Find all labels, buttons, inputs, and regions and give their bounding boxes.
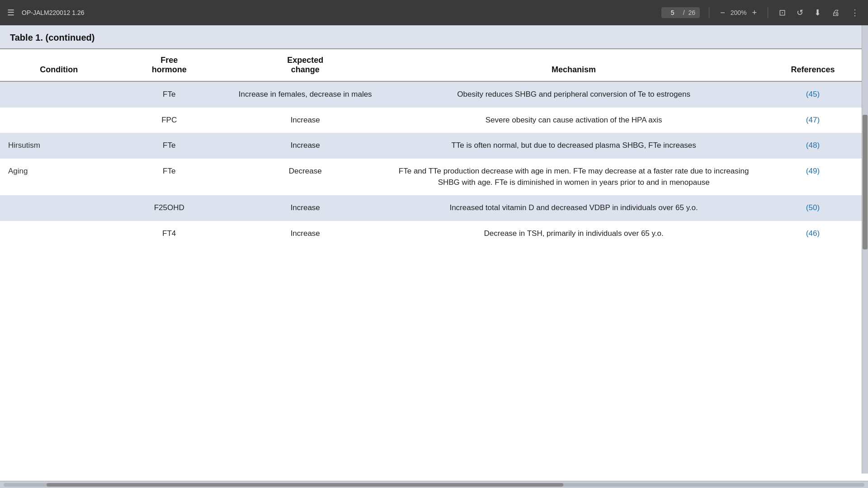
col-header-references: References [758,49,868,81]
cell-condition-4 [0,195,118,221]
cell-condition-1 [0,108,118,133]
cell-mechanism-5: Decrease in TSH, primarily in individual… [390,221,758,247]
ref-link-0[interactable]: (45) [806,90,820,99]
history-button[interactable]: ↺ [795,6,805,19]
ref-link-4[interactable]: (50) [806,203,820,212]
download-button[interactable]: ⬇ [812,6,823,19]
cell-change-2: Increase [221,133,390,159]
fit-page-button[interactable]: ⊡ [777,6,788,19]
page-separator: / [683,9,685,16]
cell-hormone-2: FTe [118,133,221,159]
table-row: FT4 Increase Decrease in TSH, primarily … [0,221,868,247]
toolbar: ☰ OP-JALM220012 1.26 5 / 26 − 200% + ⊡ ↺… [0,0,868,25]
table-row: FTe Increase in females, decrease in mal… [0,81,868,108]
cell-change-0: Increase in females, decrease in males [221,81,390,108]
divider-1 [709,7,709,18]
scroll-thumb[interactable] [47,483,563,487]
cell-mechanism-4: Increased total vitamin D and decreased … [390,195,758,221]
zoom-level: 200% [731,9,747,16]
page-number-input[interactable]: 5 [666,9,679,16]
cell-refs-1: (47) [758,108,868,133]
zoom-out-button[interactable]: − [718,6,727,19]
cell-change-1: Increase [221,108,390,133]
toolbar-right: ⬇ 🖨 ⋮ [812,6,861,19]
cell-hormone-1: FPC [118,108,221,133]
right-scroll-thumb[interactable] [863,115,868,249]
table-row: FPC Increase Severe obesity can cause ac… [0,108,868,133]
cell-hormone-0: FTe [118,81,221,108]
document-content: Table 1. (continued) Condition Freehormo… [0,25,868,488]
cell-condition-2: Hirsutism [0,133,118,159]
table-row: Aging FTe Decrease FTe and TTe productio… [0,159,868,195]
ref-link-2[interactable]: (48) [806,141,820,150]
cell-condition-5 [0,221,118,247]
cell-change-5: Increase [221,221,390,247]
more-options-button[interactable]: ⋮ [849,6,861,19]
page-nav: 5 / 26 [661,7,700,18]
zoom-in-button[interactable]: + [750,6,759,19]
document-area: Table 1. (continued) Condition Freehormo… [0,25,868,481]
col-header-hormone: Freehormone [118,49,221,81]
cell-refs-3: (49) [758,159,868,195]
col-header-condition: Condition [0,49,118,81]
page-total: 26 [689,9,696,16]
scroll-track [4,483,864,487]
print-button[interactable]: 🖨 [830,6,842,19]
cell-refs-4: (50) [758,195,868,221]
table-heading: Table 1. (continued) [0,25,868,49]
divider-2 [768,7,768,18]
cell-change-3: Decrease [221,159,390,195]
col-header-change: Expectedchange [221,49,390,81]
cell-refs-0: (45) [758,81,868,108]
document-title: OP-JALM220012 1.26 [22,9,654,16]
cell-refs-5: (46) [758,221,868,247]
table-row: Hirsutism FTe Increase TTe is often norm… [0,133,868,159]
cell-mechanism-3: FTe and TTe production decrease with age… [390,159,758,195]
horizontal-scrollbar[interactable] [0,481,868,488]
cell-hormone-3: FTe [118,159,221,195]
table-header-row: Condition Freehormone Expectedchange Mec… [0,49,868,81]
col-header-mechanism: Mechanism [390,49,758,81]
cell-mechanism-0: Obesity reduces SHBG and peripheral conv… [390,81,758,108]
zoom-controls: − 200% + [718,6,759,19]
main-table: Condition Freehormone Expectedchange Mec… [0,49,868,246]
ref-link-5[interactable]: (46) [806,229,820,238]
cell-hormone-5: FT4 [118,221,221,247]
table-title: Table 1. (continued) [10,33,94,42]
cell-hormone-4: F25OHD [118,195,221,221]
cell-mechanism-1: Severe obesity can cause activation of t… [390,108,758,133]
cell-refs-2: (48) [758,133,868,159]
table-row: F25OHD Increase Increased total vitamin … [0,195,868,221]
right-scrollbar[interactable] [862,25,868,474]
cell-change-4: Increase [221,195,390,221]
ref-link-3[interactable]: (49) [806,167,820,175]
ref-link-1[interactable]: (47) [806,116,820,124]
cell-condition-3: Aging [0,159,118,195]
cell-condition-0 [0,81,118,108]
menu-icon[interactable]: ☰ [7,8,14,18]
cell-mechanism-2: TTe is often normal, but due to decrease… [390,133,758,159]
